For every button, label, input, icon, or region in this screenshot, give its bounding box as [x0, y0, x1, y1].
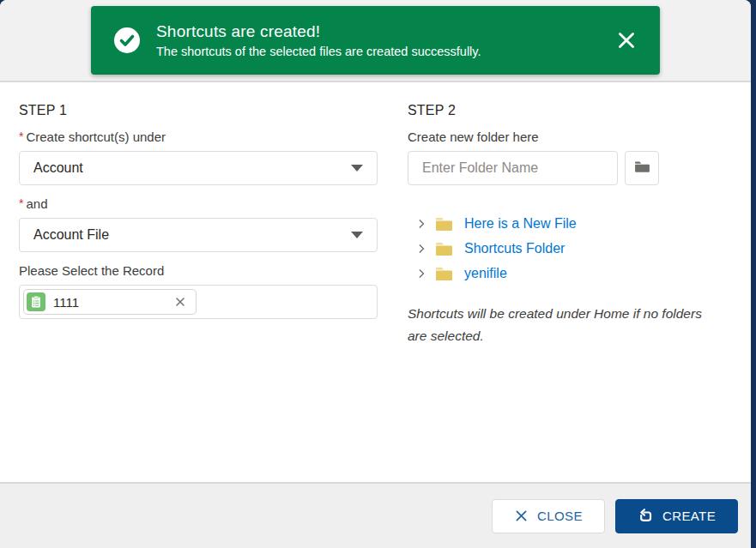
modal-body: STEP 1 *Create shortcut(s) under Account… — [0, 82, 751, 480]
check-circle-icon — [113, 27, 141, 54]
toast-message: The shortcuts of the selected files are … — [156, 45, 481, 58]
chevron-down-icon — [351, 165, 363, 172]
required-asterisk: * — [19, 196, 23, 210]
folder-name-input[interactable] — [408, 151, 618, 185]
record-label: Please Select the Record — [19, 263, 378, 278]
chevron-down-icon — [351, 232, 363, 238]
record-pill[interactable]: 1111 — [23, 289, 197, 315]
shortcuts-note: Shortcuts will be created under Home if … — [408, 303, 704, 347]
close-icon — [514, 509, 529, 523]
folder-icon — [435, 241, 453, 256]
folder-icon — [435, 266, 453, 281]
record-pill-value: 1111 — [53, 295, 79, 310]
modal-header: Shortcuts are created! The shortcuts of … — [0, 0, 751, 82]
shortcut-icon — [638, 508, 654, 524]
record-lookup-field[interactable]: 1111 — [19, 285, 378, 319]
step1-heading: STEP 1 — [19, 103, 378, 118]
chevron-right-icon[interactable] — [415, 243, 427, 255]
remove-record-icon[interactable] — [173, 295, 187, 309]
folder-link[interactable]: Shortcuts Folder — [464, 241, 565, 256]
create-folder-button[interactable] — [625, 151, 659, 185]
toast-close-icon[interactable] — [615, 29, 638, 51]
chevron-right-icon[interactable] — [415, 268, 427, 280]
toast-text: Shortcuts are created! The shortcuts of … — [156, 22, 481, 58]
chevron-right-icon[interactable] — [415, 218, 427, 230]
parent-object-label: *Create shortcut(s) under — [19, 129, 378, 144]
step1-section: STEP 1 *Create shortcut(s) under Account… — [19, 103, 378, 319]
step2-section: STEP 2 Create new folder here — [408, 103, 704, 347]
record-icon — [27, 292, 45, 311]
child-object-value: Account File — [33, 227, 109, 243]
toast-title: Shortcuts are created! — [156, 22, 481, 41]
folder-name-label: Create new folder here — [408, 129, 704, 144]
child-object-select[interactable]: Account File — [19, 218, 378, 252]
parent-object-select[interactable]: Account — [19, 151, 378, 185]
folder-link[interactable]: yenifile — [464, 266, 507, 281]
tree-item-folder[interactable]: yenifile — [415, 264, 704, 283]
create-button[interactable]: CREATE — [615, 499, 738, 533]
tree-item-folder[interactable]: Here is a New File — [415, 214, 704, 233]
tree-item-folder[interactable]: Shortcuts Folder — [415, 239, 704, 258]
child-object-label: *and — [19, 196, 378, 211]
folder-input-row — [408, 151, 704, 185]
folder-link[interactable]: Here is a New File — [464, 216, 577, 232]
close-button-label: CLOSE — [537, 509, 583, 523]
folder-icon — [633, 158, 651, 178]
step2-heading: STEP 2 — [408, 103, 704, 118]
success-toast: Shortcuts are created! The shortcuts of … — [91, 6, 660, 75]
screen-backdrop: Shortcuts are created! The shortcuts of … — [0, 0, 756, 548]
shortcut-modal: Shortcuts are created! The shortcuts of … — [0, 0, 751, 548]
parent-object-value: Account — [33, 160, 83, 176]
folder-icon — [435, 216, 453, 232]
close-button[interactable]: CLOSE — [492, 499, 605, 533]
modal-footer: CLOSE CREATE — [0, 482, 751, 548]
folder-tree: Here is a New File Shortcuts Folder — [415, 214, 704, 283]
create-button-label: CREATE — [662, 509, 716, 523]
required-asterisk: * — [19, 129, 23, 143]
